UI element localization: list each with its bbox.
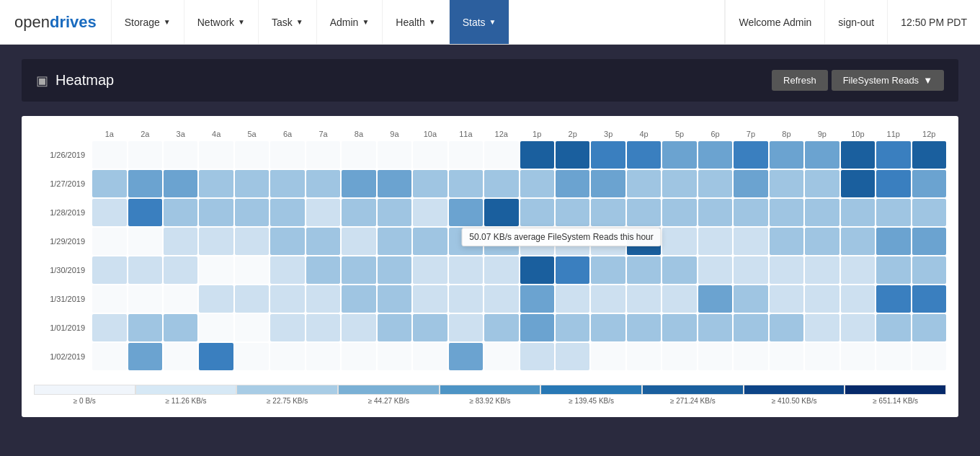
heatmap-cell[interactable] [164, 285, 197, 313]
heatmap-cell[interactable] [770, 256, 803, 284]
heatmap-cell[interactable] [841, 314, 875, 341]
heatmap-cell[interactable] [698, 228, 732, 255]
heatmap-cell[interactable] [413, 285, 447, 313]
heatmap-cell[interactable] [306, 285, 340, 313]
heatmap-cell[interactable] [92, 343, 126, 370]
heatmap-cell[interactable] [876, 285, 910, 313]
heatmap-cell[interactable] [556, 285, 589, 313]
heatmap-cell[interactable] [92, 285, 126, 313]
heatmap-cell[interactable] [378, 199, 411, 226]
heatmap-cell[interactable] [698, 256, 732, 284]
heatmap-cell[interactable] [128, 285, 162, 313]
heatmap-cell[interactable] [199, 314, 233, 341]
nav-item-admin[interactable]: Admin▼ [317, 0, 383, 44]
heatmap-cell[interactable] [449, 314, 483, 341]
heatmap-cell[interactable] [556, 170, 589, 197]
heatmap-cell[interactable] [734, 314, 767, 341]
heatmap-cell[interactable] [270, 285, 304, 313]
heatmap-cell[interactable] [698, 285, 732, 313]
heatmap-cell[interactable] [591, 285, 625, 313]
heatmap-cell[interactable] [805, 343, 839, 370]
heatmap-cell[interactable] [484, 170, 518, 197]
heatmap-cell[interactable] [342, 343, 375, 370]
heatmap-cell[interactable] [164, 228, 197, 255]
heatmap-cell[interactable] [449, 343, 483, 370]
heatmap-cell[interactable] [662, 256, 696, 284]
heatmap-cell[interactable] [627, 343, 661, 370]
nav-item-health[interactable]: Health▼ [383, 0, 449, 44]
heatmap-cell[interactable] [662, 228, 696, 255]
heatmap-cell[interactable] [841, 228, 875, 255]
heatmap-cell[interactable] [306, 314, 340, 341]
brand[interactable]: opendrives [0, 0, 112, 44]
heatmap-cell[interactable] [627, 285, 661, 313]
heatmap-cell[interactable] [413, 170, 447, 197]
heatmap-cell[interactable] [270, 170, 304, 197]
heatmap-cell[interactable] [306, 343, 340, 370]
heatmap-cell[interactable] [270, 343, 304, 370]
heatmap-cell[interactable] [235, 170, 269, 197]
heatmap-cell[interactable] [841, 256, 875, 284]
heatmap-cell[interactable] [378, 228, 411, 255]
heatmap-cell[interactable] [484, 343, 518, 370]
heatmap-cell[interactable] [306, 170, 340, 197]
heatmap-cell[interactable] [199, 285, 233, 313]
heatmap-cell[interactable] [270, 199, 304, 226]
heatmap-cell[interactable] [734, 199, 767, 226]
heatmap-cell[interactable] [306, 199, 340, 226]
heatmap-cell[interactable] [128, 199, 162, 226]
heatmap-cell[interactable] [698, 141, 732, 169]
heatmap-cell[interactable] [591, 314, 625, 341]
heatmap-cell[interactable] [876, 170, 910, 197]
heatmap-cell[interactable] [92, 141, 126, 169]
heatmap-cell[interactable] [805, 285, 839, 313]
heatmap-cell[interactable] [306, 141, 340, 169]
heatmap-cell[interactable] [520, 228, 554, 255]
nav-item-storage[interactable]: Storage▼ [112, 0, 184, 44]
heatmap-cell[interactable] [841, 285, 875, 313]
heatmap-cell[interactable] [841, 141, 875, 169]
heatmap-cell[interactable] [912, 199, 947, 226]
nav-item-task[interactable]: Task▼ [259, 0, 317, 44]
heatmap-cell[interactable] [270, 228, 304, 255]
heatmap-cell[interactable] [484, 228, 518, 255]
filesystem-dropdown-button[interactable]: FileSystem Reads ▼ [832, 70, 944, 91]
heatmap-cell[interactable] [378, 314, 411, 341]
heatmap-cell[interactable] [912, 170, 947, 197]
heatmap-cell[interactable] [449, 199, 483, 226]
heatmap-cell[interactable] [591, 141, 625, 169]
heatmap-cell[interactable] [128, 170, 162, 197]
heatmap-cell[interactable] [164, 199, 197, 226]
heatmap-cell[interactable] [556, 141, 589, 169]
heatmap-cell[interactable] [520, 199, 554, 226]
heatmap-cell[interactable] [520, 256, 554, 284]
heatmap-cell[interactable] [342, 228, 375, 255]
heatmap-cell[interactable] [912, 141, 947, 169]
heatmap-cell[interactable] [734, 343, 767, 370]
heatmap-cell[interactable] [164, 170, 197, 197]
heatmap-cell[interactable] [556, 199, 589, 226]
heatmap-cell[interactable] [591, 256, 625, 284]
heatmap-cell[interactable] [128, 141, 162, 169]
heatmap-cell[interactable] [662, 314, 696, 341]
heatmap-cell[interactable] [164, 343, 197, 370]
heatmap-cell[interactable] [199, 343, 233, 370]
heatmap-cell[interactable] [413, 141, 447, 169]
heatmap-cell[interactable] [235, 141, 269, 169]
heatmap-cell[interactable] [484, 256, 518, 284]
heatmap-cell[interactable] [199, 170, 233, 197]
heatmap-cell[interactable] [876, 343, 910, 370]
heatmap-cell[interactable] [128, 343, 162, 370]
heatmap-cell[interactable] [627, 314, 661, 341]
heatmap-cell[interactable] [92, 170, 126, 197]
heatmap-cell[interactable] [556, 256, 589, 284]
heatmap-cell[interactable]: 50.07 KB/s average FileSystem Reads this… [484, 199, 518, 226]
heatmap-cell[interactable] [805, 170, 839, 197]
nav-item-network[interactable]: Network▼ [184, 0, 259, 44]
heatmap-cell[interactable] [378, 343, 411, 370]
heatmap-cell[interactable] [662, 141, 696, 169]
heatmap-cell[interactable] [876, 228, 910, 255]
heatmap-cell[interactable] [876, 314, 910, 341]
heatmap-cell[interactable] [627, 256, 661, 284]
heatmap-cell[interactable] [199, 228, 233, 255]
